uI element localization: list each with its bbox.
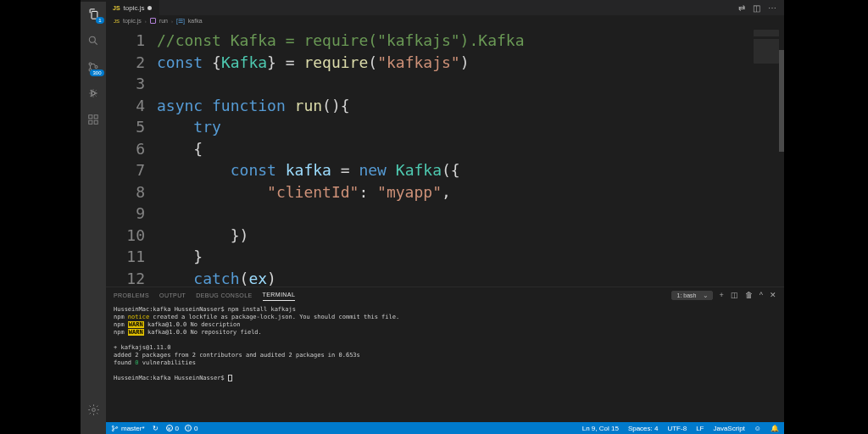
- encoding[interactable]: UTF-8: [667, 425, 687, 432]
- breadcrumb[interactable]: JS topic.js › run › [☰] kafka: [106, 15, 784, 26]
- tab-terminal[interactable]: TERMINAL: [263, 289, 296, 301]
- language-mode[interactable]: JavaScript: [713, 425, 744, 432]
- errors-indicator[interactable]: ✕ 0 ! 0: [166, 425, 198, 432]
- settings-gear-icon[interactable]: [86, 403, 101, 417]
- modified-dot-icon: [147, 6, 152, 10]
- scrollbar-track[interactable]: [779, 26, 784, 287]
- line-col[interactable]: Ln 9, Col 15: [582, 425, 619, 432]
- code-content[interactable]: //const Kafka = require("kafkajs").Kafka…: [157, 26, 784, 287]
- svg-point-1: [89, 63, 92, 65]
- extensions-icon[interactable]: [86, 112, 101, 126]
- chevron-right-icon: ›: [145, 19, 147, 24]
- svg-point-11: [112, 426, 114, 427]
- scm-icon[interactable]: 300: [86, 59, 101, 74]
- line-gutter: 123456789101112: [106, 26, 157, 287]
- editor-tabs: JS topic.js ⇄ ◫ ⋯: [106, 0, 784, 15]
- svg-rect-7: [89, 120, 92, 124]
- panel-actions: 1: bash + ◫ 🗑 ^ ✕: [671, 291, 776, 300]
- sync-indicator[interactable]: ↻: [153, 425, 159, 432]
- search-icon[interactable]: [86, 33, 101, 47]
- svg-rect-9: [94, 114, 97, 118]
- eol[interactable]: LF: [696, 425, 704, 432]
- svg-point-10: [92, 409, 95, 412]
- js-file-icon: JS: [114, 19, 120, 24]
- new-terminal-icon[interactable]: +: [720, 291, 724, 299]
- minimap[interactable]: [754, 30, 779, 64]
- notifications-icon[interactable]: 🔔: [771, 425, 779, 432]
- terminal-output[interactable]: HusseinMac:kafka HusseinNasser$ npm inst…: [106, 303, 784, 422]
- terminal-cursor: [228, 375, 232, 381]
- explorer-icon[interactable]: 1: [86, 7, 101, 21]
- kill-terminal-icon[interactable]: 🗑: [745, 291, 753, 299]
- split-editor-icon[interactable]: ◫: [753, 3, 760, 13]
- tab-problems[interactable]: PROBLEMS: [114, 290, 149, 301]
- tab-filename: topic.js: [124, 4, 145, 12]
- status-bar: master* ↻ ✕ 0 ! 0 Ln 9, Col 15 Spaces: 4…: [106, 422, 784, 434]
- close-panel-icon[interactable]: ✕: [770, 291, 776, 299]
- js-file-icon: JS: [113, 5, 120, 11]
- svg-point-3: [95, 65, 97, 68]
- chevron-right-icon: ›: [171, 19, 173, 24]
- function-icon: [150, 18, 156, 24]
- terminal-picker[interactable]: 1: bash: [671, 291, 713, 300]
- variable-icon: [☰]: [176, 18, 185, 25]
- more-icon[interactable]: ⋯: [768, 3, 776, 13]
- svg-point-5: [92, 92, 95, 95]
- breadcrumb-file: topic.js: [123, 18, 142, 24]
- breadcrumb-fn1: run: [159, 18, 168, 24]
- tab-output[interactable]: OUTPUT: [159, 290, 186, 301]
- indentation[interactable]: Spaces: 4: [628, 425, 659, 432]
- svg-rect-6: [89, 114, 92, 118]
- scrollbar-thumb[interactable]: [779, 50, 784, 152]
- activity-bar: 1 300: [81, 2, 106, 434]
- svg-point-12: [112, 429, 114, 431]
- app-frame: 1 300 JS topic.js ⇄ ◫ ⋯: [81, 0, 784, 434]
- bottom-panel: PROBLEMS OUTPUT DEBUG CONSOLE TERMINAL 1…: [106, 287, 784, 422]
- branch-indicator[interactable]: master*: [111, 425, 145, 432]
- tab-topic-js[interactable]: JS topic.js: [106, 0, 159, 15]
- editor-actions: ⇄ ◫ ⋯: [738, 3, 784, 13]
- svg-point-0: [89, 36, 95, 42]
- svg-rect-8: [94, 120, 97, 124]
- maximize-panel-icon[interactable]: ^: [760, 291, 763, 299]
- panel-tabs: PROBLEMS OUTPUT DEBUG CONSOLE TERMINAL 1…: [106, 287, 784, 303]
- tab-debug-console[interactable]: DEBUG CONSOLE: [196, 290, 252, 301]
- compare-icon[interactable]: ⇄: [738, 3, 745, 13]
- feedback-icon[interactable]: ☺: [754, 425, 761, 432]
- debug-icon[interactable]: [86, 86, 101, 100]
- split-terminal-icon[interactable]: ◫: [731, 291, 738, 299]
- breadcrumb-fn2: kafka: [188, 18, 203, 24]
- editor-area[interactable]: 123456789101112 //const Kafka = require(…: [106, 26, 784, 287]
